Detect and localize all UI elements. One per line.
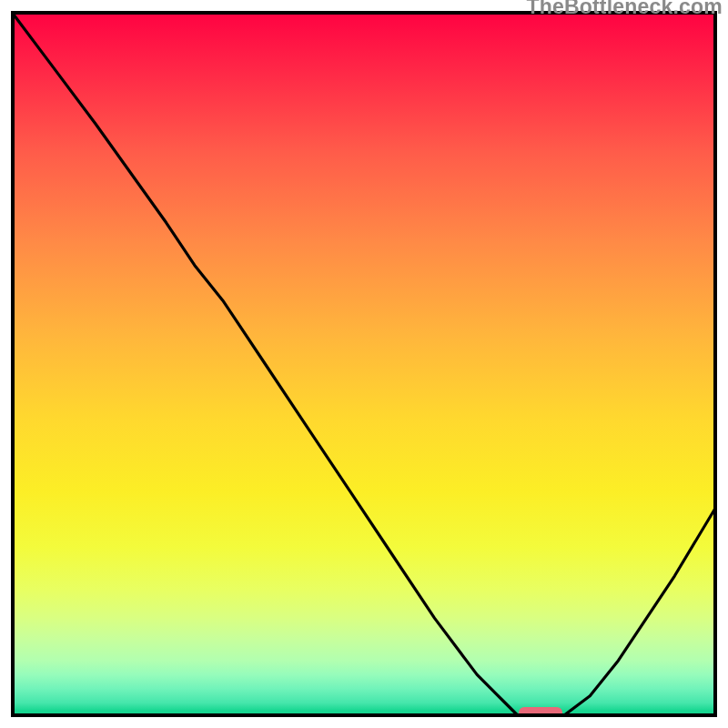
bottleneck-chart: TheBottleneck.com [0,0,728,728]
optimal-point-marker [519,707,562,717]
line-overlay [11,11,717,717]
watermark-text: TheBottleneck.com [526,0,723,19]
plot-area [11,11,717,717]
bottleneck-curve [11,11,717,717]
